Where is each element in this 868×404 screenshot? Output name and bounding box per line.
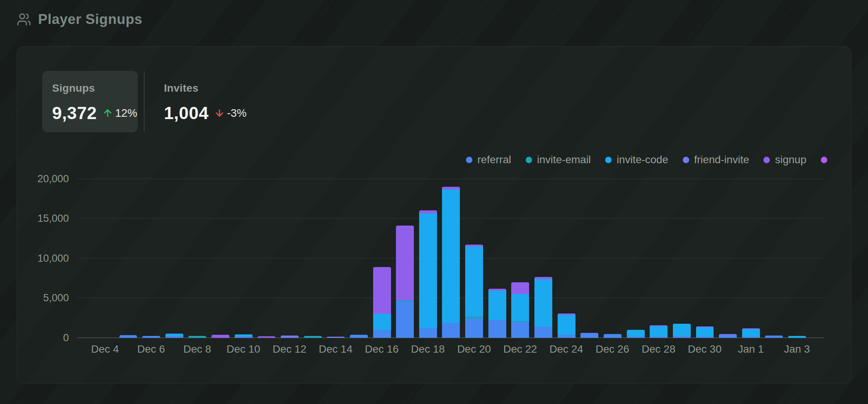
y-axis-labels: 05,00010,00015,00020,000 [17, 168, 69, 338]
bar-dec-23[interactable] [534, 277, 552, 338]
x-tick-label: Dec 20 [457, 343, 491, 355]
bar-segment-referral [696, 337, 714, 338]
legend-dot [526, 157, 532, 163]
x-tick-label: Dec 24 [549, 343, 583, 355]
legend-dot [466, 157, 472, 163]
bar-segment-signup [511, 282, 529, 294]
bar-dec-20[interactable] [465, 245, 483, 338]
stat-label-signups: Signups [52, 82, 137, 94]
bar-dec-17[interactable] [396, 226, 414, 338]
bar-dec-7[interactable] [165, 334, 183, 338]
bar-dec-15[interactable] [350, 335, 368, 338]
bar-dec-31[interactable] [719, 334, 737, 338]
bar-segment-invite-code [442, 189, 460, 323]
bar-dec-29[interactable] [673, 324, 691, 338]
legend-item-invite-email[interactable]: invite-email [526, 154, 591, 166]
bar-dec-27[interactable] [627, 330, 645, 338]
bar-segment-invite-code [511, 294, 529, 321]
bar-segment-friend-invite [327, 337, 345, 338]
bar-segment-referral [165, 336, 183, 338]
x-tick-label: Dec 28 [642, 343, 676, 355]
x-tick-label: Dec 6 [137, 343, 165, 355]
bar-dec-21[interactable] [488, 289, 506, 338]
bar-segment-referral [558, 335, 575, 338]
bar-segment-signup [396, 226, 414, 301]
bar-dec-22[interactable] [511, 282, 529, 338]
bar-segment-invite-code [373, 314, 391, 330]
x-tick-label: Dec 26 [596, 343, 630, 355]
bar-dec-13[interactable] [304, 336, 322, 338]
legend-item-referral[interactable]: referral [466, 154, 511, 166]
x-tick-label: Dec 30 [688, 343, 722, 355]
legend-label: friend-invite [694, 154, 749, 166]
bar-jan-3[interactable] [788, 336, 806, 338]
x-tick-label: Dec 22 [503, 343, 537, 355]
bar-jan-2[interactable] [765, 336, 783, 338]
bar-segment-referral [419, 328, 437, 338]
y-tick-label: 5,000 [43, 292, 69, 304]
bar-segment-referral [650, 337, 668, 338]
bar-segment-referral [119, 335, 137, 338]
legend-item-signup[interactable]: signup [763, 154, 806, 166]
bar-dec-26[interactable] [604, 334, 622, 338]
bar-jan-1[interactable] [742, 328, 760, 338]
bar-segment-signup [258, 336, 275, 338]
bar-dec-19[interactable] [442, 187, 460, 338]
page-title: Player Signups [38, 11, 142, 27]
bar-segment-invite-code [673, 324, 691, 336]
bar-segment-invite-email [188, 336, 206, 338]
chart-plot-area [78, 168, 824, 338]
bar-segment-signup [211, 335, 229, 338]
bar-segment-referral [742, 337, 760, 338]
bar-dec-11[interactable] [258, 336, 275, 338]
stat-delta-value: 12% [115, 107, 137, 119]
stat-delta-value: -3% [227, 107, 247, 119]
legend-item-unlabeled[interactable] [821, 157, 827, 163]
x-tick-label: Dec 16 [365, 343, 399, 355]
bar-dec-8[interactable] [188, 336, 206, 338]
bar-segment-referral [673, 336, 691, 338]
bar-segment-invite-email [304, 336, 322, 338]
bar-segment-invite-code [742, 329, 760, 337]
legend-item-friend-invite[interactable]: friend-invite [683, 154, 749, 166]
chart-legend: referralinvite-emailinvite-codefriend-in… [466, 154, 827, 166]
stat-tile-invites[interactable]: Invites 1,004 -3% [164, 82, 246, 123]
legend-label: signup [775, 154, 806, 166]
bar-dec-18[interactable] [419, 210, 437, 338]
bar-dec-6[interactable] [142, 336, 160, 338]
bar-segment-referral [765, 336, 783, 338]
x-tick-label: Dec 10 [226, 343, 260, 355]
legend-label: invite-email [537, 154, 591, 166]
bar-dec-28[interactable] [650, 325, 668, 338]
bar-segment-referral [534, 327, 552, 338]
bar-segment-invite-code [650, 326, 668, 337]
x-tick-label: Dec 12 [273, 343, 307, 355]
bar-segment-referral [235, 336, 253, 338]
arrow-up-icon [214, 108, 225, 118]
x-tick-label: Dec 18 [411, 343, 445, 355]
bar-dec-9[interactable] [211, 335, 229, 338]
bar-segment-referral [488, 320, 506, 338]
bar-segment-signup [419, 210, 437, 213]
bar-segment-referral [719, 335, 737, 338]
bar-segment-friend-invite [281, 336, 299, 338]
bar-dec-12[interactable] [281, 336, 299, 338]
x-tick-label: Dec 8 [183, 343, 211, 355]
legend-item-invite-code[interactable]: invite-code [605, 154, 668, 166]
bar-dec-24[interactable] [558, 313, 575, 338]
bar-dec-10[interactable] [235, 334, 253, 338]
bar-dec-30[interactable] [696, 326, 714, 338]
stat-tile-signups[interactable]: Signups 9,372 12% [42, 71, 138, 132]
x-axis-labels: Dec 4Dec 6Dec 8Dec 10Dec 12Dec 14Dec 16D… [78, 343, 824, 356]
x-tick-label: Dec 4 [91, 343, 119, 355]
bar-dec-14[interactable] [327, 337, 345, 338]
bar-segment-invite-code [419, 213, 437, 328]
gridline [78, 178, 824, 179]
stat-delta-invites: -3% [214, 107, 247, 119]
bar-dec-16[interactable] [373, 267, 391, 338]
bar-dec-25[interactable] [580, 333, 598, 338]
page-header: Player Signups [17, 11, 142, 27]
bar-dec-5[interactable] [119, 335, 137, 338]
legend-dot [683, 157, 689, 163]
y-tick-label: 0 [63, 332, 69, 344]
